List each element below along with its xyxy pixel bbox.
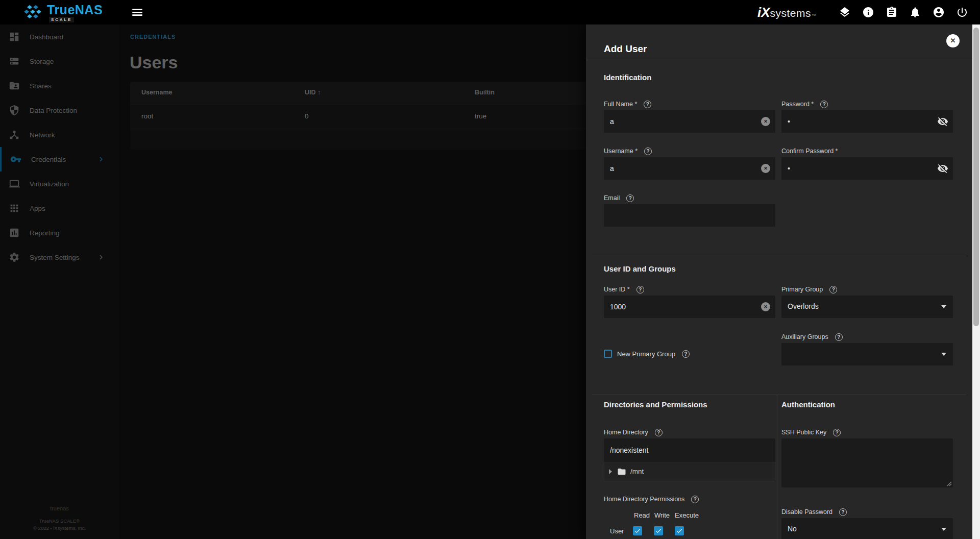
modal-backdrop[interactable]	[0, 24, 586, 539]
section-identification: Identification	[604, 73, 651, 82]
user-id-field: User ID *? ✕	[604, 285, 775, 318]
perm-col-execute: Execute	[675, 511, 699, 519]
truenas-stack-icon[interactable]	[839, 6, 851, 18]
truenas-brand: TrueNAS SCALE	[22, 2, 103, 22]
ixsystems-logo: iXsystems™	[757, 5, 816, 20]
full-name-input[interactable]	[604, 110, 775, 133]
help-icon[interactable]: ?	[626, 194, 634, 202]
jobs-clipboard-icon[interactable]	[886, 6, 898, 18]
help-icon[interactable]: ?	[829, 286, 837, 293]
truenas-logo-icon	[22, 4, 43, 22]
email-input[interactable]	[604, 204, 775, 227]
new-primary-group-field: New Primary Group ?	[604, 350, 690, 358]
new-primary-group-checkbox[interactable]	[604, 350, 612, 358]
eye-off-icon[interactable]	[937, 116, 948, 127]
divider	[592, 395, 966, 395]
email-field: Email?	[604, 194, 775, 227]
directory-tree-item-mnt[interactable]: /mnt	[604, 462, 775, 481]
dropdown-caret-icon	[941, 305, 946, 308]
help-icon[interactable]: ?	[833, 429, 841, 436]
topbar: TrueNAS SCALE iXsystems™	[0, 0, 980, 24]
user-execute-checkbox[interactable]	[675, 526, 684, 535]
full-name-field: Full Name *? ✕	[604, 100, 775, 133]
primary-group-field: Primary Group? Overlords	[781, 285, 953, 318]
panel-title: Add User	[604, 43, 647, 55]
panel-scrollbar[interactable]	[972, 24, 980, 539]
divider	[777, 395, 777, 539]
section-authentication: Authentication	[781, 400, 835, 409]
section-directories-and-permissions: Directories and Permissions	[604, 400, 707, 409]
help-icon[interactable]: ?	[682, 350, 690, 358]
help-icon[interactable]: ?	[835, 333, 843, 341]
resize-grip-icon[interactable]	[947, 481, 952, 486]
user-id-input[interactable]	[604, 296, 775, 318]
help-icon[interactable]: ?	[655, 429, 663, 436]
brand-name: TrueNAS	[47, 3, 103, 17]
home-directory-permissions-label: Home Directory Permissions?	[604, 495, 699, 503]
help-icon[interactable]: ?	[691, 496, 699, 503]
password-input[interactable]	[781, 110, 953, 133]
username-input[interactable]	[604, 157, 775, 180]
clear-icon[interactable]: ✕	[761, 117, 770, 126]
power-icon[interactable]	[956, 6, 968, 18]
dropdown-caret-icon	[941, 353, 946, 356]
add-user-panel: Add User ✕ Identification Full Name *? ✕…	[586, 24, 972, 539]
account-icon[interactable]	[933, 6, 945, 18]
ssh-public-key-field: SSH Public Key?	[781, 428, 953, 487]
folder-icon	[617, 467, 626, 476]
home-directory-input[interactable]	[604, 438, 775, 462]
home-directory-field: Home Directory?	[604, 428, 775, 462]
disable-password-field: Disable Password? No	[781, 508, 953, 539]
eye-off-icon[interactable]	[937, 163, 948, 174]
perm-col-read: Read	[634, 511, 650, 519]
menu-icon[interactable]	[131, 6, 144, 19]
disable-password-select[interactable]: No	[781, 518, 953, 539]
perm-row-user-label: User	[610, 527, 624, 535]
divider	[586, 60, 972, 60]
tree-expand-icon[interactable]	[609, 469, 612, 474]
divider	[592, 256, 966, 256]
username-field: Username *? ✕	[604, 147, 775, 180]
user-write-checkbox[interactable]	[654, 526, 663, 535]
auxiliary-groups-field: Auxiliary Groups?	[781, 333, 953, 365]
close-icon[interactable]: ✕	[946, 34, 960, 47]
password-field: Password *?	[781, 100, 953, 133]
notifications-bell-icon[interactable]	[909, 6, 921, 18]
help-icon[interactable]: ?	[644, 148, 652, 155]
ixsystems-logo-mark: iX	[757, 5, 770, 20]
section-user-id-and-groups: User ID and Groups	[604, 264, 676, 273]
help-icon[interactable]: ?	[839, 508, 847, 516]
dropdown-caret-icon	[941, 528, 946, 531]
help-icon[interactable]: ?	[636, 286, 644, 293]
topbar-actions: iXsystems™	[757, 0, 974, 24]
auxiliary-groups-select[interactable]	[781, 343, 953, 365]
help-icon[interactable]: ?	[644, 101, 651, 108]
truenas-app: TrueNAS SCALE iXsystems™	[0, 0, 980, 539]
user-read-checkbox[interactable]	[633, 526, 642, 535]
scrollbar-thumb[interactable]	[973, 28, 979, 326]
help-icon[interactable]: ?	[820, 101, 828, 108]
clear-icon[interactable]: ✕	[761, 302, 770, 311]
primary-group-select[interactable]: Overlords	[781, 296, 953, 318]
brand-edition: SCALE	[49, 17, 74, 22]
ssh-public-key-textarea[interactable]	[781, 438, 953, 487]
confirm-password-input[interactable]	[781, 157, 953, 180]
confirm-password-field: Confirm Password *	[781, 147, 953, 180]
info-icon[interactable]	[862, 6, 874, 18]
clear-icon[interactable]: ✕	[761, 164, 770, 173]
perm-col-write: Write	[654, 511, 670, 519]
